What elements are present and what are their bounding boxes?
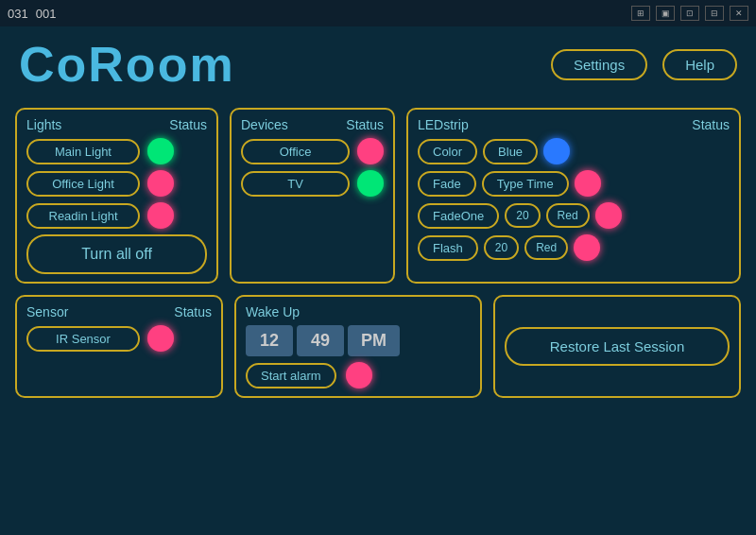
time-display: 12 49 PM [246,325,471,356]
alarm-status-dot [346,362,372,388]
devices-panel-header: Devices Status [241,117,384,132]
led-panel: LEDstrip Status Color Blue Fade Type Tim… [406,108,741,284]
sensor-panel-header: Sensor Status [26,304,212,319]
time-period[interactable]: PM [348,325,400,356]
led-fade-inner: Fade Type Time [418,170,601,197]
turn-all-off-button[interactable]: Turn all off [26,234,207,274]
time-minutes[interactable]: 49 [297,325,344,356]
alarm-row: Start alarm [246,362,471,388]
office-device-row: Office [241,138,384,164]
readin-light-dot [147,202,174,229]
icon-5[interactable]: ✕ [730,6,748,21]
wakeup-panel: Wake Up 12 49 PM Start alarm [234,295,482,398]
led-color-row: Color Blue [418,138,730,164]
led-fade-row: Fade Type Time [418,170,730,197]
main-light-btn[interactable]: Main Light [26,139,140,164]
title-bar: 031 001 ⊞ ▣ ⊡ ⊟ ✕ [0,0,756,26]
devices-title: Devices [241,117,288,132]
lights-title: Lights [26,117,61,132]
led-flash-red-btn[interactable]: Red [524,235,568,260]
office-light-btn[interactable]: Office Light [26,171,140,197]
led-fadeone-val-btn[interactable]: 20 [505,203,540,228]
office-device-dot [357,138,384,164]
ir-sensor-btn[interactable]: IR Sensor [26,326,140,352]
counter2: 001 [36,7,57,21]
ir-sensor-row: IR Sensor [26,325,212,352]
wakeup-header: Wake Up [246,304,471,319]
readin-light-row: Readin Light [26,202,207,229]
panels-row: Lights Status Main Light Office Light Re… [15,108,741,284]
readin-light-btn[interactable]: Readin Light [26,203,140,229]
led-flash-inner: Flash 20 Red [418,234,600,261]
icon-1[interactable]: ⊞ [631,6,650,21]
led-fadeone-row: FadeOne 20 Red [418,202,730,229]
restore-session-btn[interactable]: Restore Last Session [505,327,730,366]
tv-device-row: TV [241,170,384,197]
led-color-value-btn[interactable]: Blue [483,139,538,164]
led-fadeone-dot [595,202,622,229]
office-light-row: Office Light [26,170,207,197]
header-buttons: Settings Help [551,49,737,80]
led-color-inner: Color Blue [418,138,570,164]
led-title: LEDstrip [418,117,469,132]
led-fade-dot [575,170,601,197]
title-bar-icons: ⊞ ▣ ⊡ ⊟ ✕ [631,6,748,21]
bottom-row: Sensor Status IR Sensor Wake Up 12 49 PM… [15,295,741,398]
led-color-btn[interactable]: Color [418,139,477,164]
start-alarm-btn[interactable]: Start alarm [246,363,336,388]
restore-panel: Restore Last Session [493,295,741,398]
tv-device-btn[interactable]: TV [241,171,350,197]
led-fadeone-inner: FadeOne 20 Red [418,202,622,229]
icon-4[interactable]: ⊟ [705,6,724,21]
led-panel-header: LEDstrip Status [418,117,730,132]
main-light-row: Main Light [26,138,207,164]
icon-2[interactable]: ▣ [656,6,675,21]
led-color-dot [543,138,570,164]
devices-status-label: Status [346,117,384,132]
main-light-dot [147,138,174,164]
led-fadeone-btn[interactable]: FadeOne [418,203,499,229]
settings-button[interactable]: Settings [551,49,647,80]
led-flash-dot [574,234,600,261]
ir-sensor-dot [147,325,174,352]
office-device-btn[interactable]: Office [241,139,350,164]
sensor-title: Sensor [26,304,68,319]
lights-panel-header: Lights Status [26,117,207,132]
counter1: 031 [8,7,28,21]
led-status-label: Status [692,117,730,132]
led-fade-btn[interactable]: Fade [418,171,476,197]
help-button[interactable]: Help [662,49,737,80]
led-flash-btn[interactable]: Flash [418,235,478,261]
led-flash-row: Flash 20 Red [418,234,730,261]
time-hours[interactable]: 12 [246,325,293,356]
main-content: Lights Status Main Light Office Light Re… [0,108,756,398]
app-title: CoRoom [19,36,235,93]
devices-panel: Devices Status Office TV [230,108,395,284]
sensor-panel: Sensor Status IR Sensor [15,295,223,398]
wakeup-title: Wake Up [246,304,300,319]
led-typetime-btn[interactable]: Type Time [482,171,569,197]
led-flash-val-btn[interactable]: 20 [484,235,519,260]
header: CoRoom Settings Help [0,26,756,102]
sensor-status-label: Status [174,304,212,319]
title-bar-counters: 031 001 [8,7,56,21]
tv-device-dot [357,170,384,197]
lights-panel: Lights Status Main Light Office Light Re… [15,108,218,284]
icon-3[interactable]: ⊡ [680,6,699,21]
office-light-dot [147,170,174,197]
lights-status-label: Status [169,117,207,132]
turn-all-off-row: Turn all off [26,234,207,274]
led-fadeone-red-btn[interactable]: Red [546,203,590,228]
